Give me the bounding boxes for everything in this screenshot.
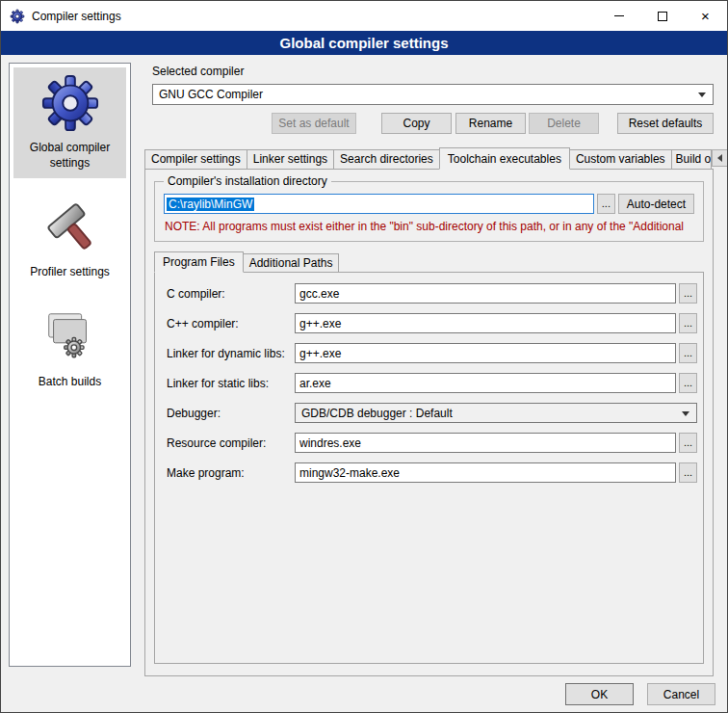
- cpp-compiler-label: C++ compiler:: [167, 317, 295, 330]
- selected-compiler-dropdown[interactable]: GNU GCC Compiler: [152, 84, 714, 105]
- profiler-tool-icon: [40, 198, 100, 257]
- maximize-icon: [658, 12, 667, 21]
- make-program-input[interactable]: [295, 462, 676, 483]
- cpp-compiler-row: C++ compiler: ...: [167, 313, 703, 333]
- debugger-value: GDB/CDB debugger : Default: [301, 407, 453, 420]
- selected-compiler-label: Selected compiler: [152, 65, 721, 79]
- dynamic-linker-label: Linker for dynamic libs:: [167, 347, 295, 360]
- page-title: Global compiler settings: [1, 31, 727, 55]
- installation-directory-input[interactable]: C:\raylib\MinGW: [164, 194, 594, 214]
- installation-directory-group: Compiler's installation directory C:\ray…: [154, 181, 704, 242]
- browse-make-program-button[interactable]: ...: [679, 462, 697, 483]
- minimize-icon: [614, 15, 624, 16]
- sidebar-item-label: Batch builds: [39, 375, 101, 390]
- compiler-settings-window: Compiler settings × Global compiler sett…: [0, 0, 728, 713]
- static-linker-label: Linker for static libs:: [167, 377, 295, 390]
- dynamic-linker-input[interactable]: [295, 343, 676, 363]
- blue-gear-icon: [40, 73, 100, 133]
- selected-compiler-value: GNU GCC Compiler: [159, 88, 263, 101]
- delete-button[interactable]: Delete: [529, 113, 599, 134]
- main-panel: Selected compiler GNU GCC Compiler Set a…: [144, 61, 721, 676]
- ok-button[interactable]: OK: [565, 683, 634, 705]
- window-controls: ×: [597, 1, 727, 31]
- titlebar: Compiler settings ×: [1, 1, 727, 31]
- tab-compiler-settings[interactable]: Compiler settings: [144, 149, 247, 169]
- tab-scroll-left-button[interactable]: [712, 149, 728, 167]
- browse-dynamic-linker-button[interactable]: ...: [679, 343, 697, 363]
- set-as-default-button[interactable]: Set as default: [272, 113, 356, 134]
- gray-gears-icon: [40, 307, 100, 367]
- chevron-down-icon: [682, 411, 689, 416]
- tab-build-options[interactable]: Build options: [671, 149, 712, 169]
- cpp-compiler-input[interactable]: [295, 313, 676, 333]
- reset-defaults-button[interactable]: Reset defaults: [617, 113, 714, 134]
- tab-additional-paths[interactable]: Additional Paths: [243, 253, 340, 272]
- tab-linker-settings[interactable]: Linker settings: [247, 149, 334, 169]
- debugger-select[interactable]: GDB/CDB debugger : Default: [295, 403, 697, 423]
- make-program-row: Make program: ...: [167, 462, 703, 483]
- maximize-button[interactable]: [640, 1, 684, 31]
- chevron-down-icon: [698, 92, 706, 97]
- tab-program-files[interactable]: Program Files: [154, 251, 244, 273]
- dynamic-linker-row: Linker for dynamic libs: ...: [167, 343, 703, 363]
- copy-button[interactable]: Copy: [381, 113, 452, 134]
- c-compiler-input[interactable]: [295, 283, 676, 304]
- browse-cpp-compiler-button[interactable]: ...: [679, 313, 697, 333]
- sidebar-item-global-compiler-settings[interactable]: Global compiler settings: [13, 67, 126, 178]
- tab-search-directories[interactable]: Search directories: [333, 149, 440, 169]
- browse-static-linker-button[interactable]: ...: [679, 373, 697, 393]
- resource-compiler-label: Resource compiler:: [167, 436, 295, 450]
- sidebar-item-label: Global compiler settings: [15, 141, 124, 171]
- cancel-button[interactable]: Cancel: [647, 683, 715, 705]
- resource-compiler-row: Resource compiler: ...: [167, 433, 703, 453]
- static-linker-input[interactable]: [295, 373, 676, 393]
- sidebar-item-label: Profiler settings: [30, 265, 110, 280]
- compiler-actions-row: Set as default Copy Rename Delete Reset …: [144, 113, 714, 134]
- browse-directory-button[interactable]: ...: [597, 194, 615, 214]
- tab-custom-variables[interactable]: Custom variables: [569, 149, 672, 169]
- make-program-label: Make program:: [167, 466, 295, 480]
- installation-directory-row: C:\raylib\MinGW ... Auto-detect: [164, 194, 694, 214]
- program-files-panel: C compiler: ... C++ compiler: ... Linker…: [154, 272, 704, 664]
- resource-compiler-input[interactable]: [295, 433, 676, 453]
- auto-detect-button[interactable]: Auto-detect: [618, 194, 694, 214]
- static-linker-row: Linker for static libs: ...: [167, 373, 703, 393]
- c-compiler-row: C compiler: ...: [167, 283, 703, 304]
- toolchain-executables-panel: Compiler's installation directory C:\ray…: [144, 169, 714, 676]
- bin-subdirectory-note: NOTE: All programs must exist either in …: [165, 220, 694, 233]
- program-tabs: Program Files Additional Paths: [154, 251, 708, 272]
- sidebar-item-batch-builds[interactable]: Batch builds: [13, 302, 126, 398]
- settings-tabs: Compiler settings Linker settings Search…: [144, 146, 721, 169]
- tab-toolchain-executables[interactable]: Toolchain executables: [439, 147, 570, 170]
- settings-sidebar: Global compiler settings Profiler settin…: [9, 63, 131, 667]
- rename-button[interactable]: Rename: [455, 113, 526, 134]
- window-title: Compiler settings: [32, 10, 121, 23]
- tab-scroll-buttons: [712, 149, 728, 169]
- arrow-left-icon: [717, 154, 722, 162]
- installation-directory-label: Compiler's installation directory: [164, 174, 331, 188]
- browse-c-compiler-button[interactable]: ...: [679, 283, 697, 304]
- c-compiler-label: C compiler:: [167, 287, 295, 301]
- browse-resource-compiler-button[interactable]: ...: [679, 433, 697, 453]
- close-icon: ×: [701, 9, 710, 23]
- sidebar-item-profiler-settings[interactable]: Profiler settings: [13, 192, 126, 288]
- debugger-label: Debugger:: [167, 407, 295, 420]
- minimize-button[interactable]: [597, 1, 640, 31]
- installation-directory-value: C:\raylib\MinGW: [167, 198, 254, 211]
- debugger-row: Debugger: GDB/CDB debugger : Default: [167, 403, 703, 423]
- close-button[interactable]: ×: [684, 1, 727, 31]
- app-icon: [10, 9, 25, 24]
